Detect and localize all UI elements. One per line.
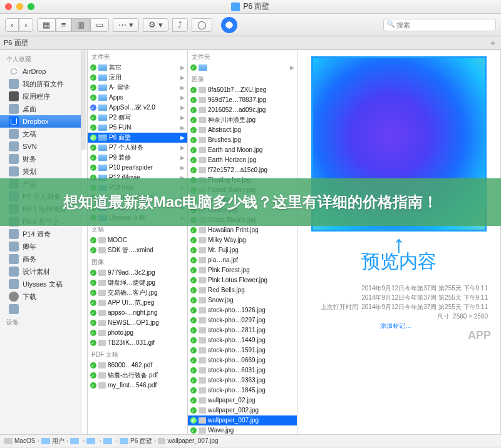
path-segment[interactable] bbox=[70, 438, 81, 444]
image-row[interactable]: stock-pho…0669.jpg bbox=[188, 355, 297, 365]
forward-button[interactable]: › bbox=[19, 18, 33, 32]
sidebar-item[interactable]: 我的所有文件 bbox=[0, 78, 81, 90]
image-row[interactable]: Milky Way.jpg bbox=[188, 235, 297, 245]
image-row[interactable]: Hawaiian Print.jpg bbox=[188, 225, 297, 235]
file-row[interactable]: Apps▶ bbox=[88, 93, 187, 103]
file-row[interactable]: AppSol…家 v2.0▶ bbox=[88, 103, 187, 113]
image-row[interactable]: 8fa601b7…ZXU.jpeg bbox=[188, 85, 297, 95]
image-row[interactable]: 神奈川冲浪里.jpg bbox=[188, 115, 297, 125]
image-row[interactable]: stock-pho…6031.jpg bbox=[188, 365, 297, 375]
image-row[interactable]: wallpaper_002.jpg bbox=[188, 405, 297, 415]
file-row[interactable]: photo.jpg bbox=[88, 328, 187, 338]
sidebar-item[interactable]: AirDrop bbox=[0, 65, 81, 78]
file-row[interactable]: NEWSL…OP1.jpg bbox=[88, 318, 187, 328]
image-row[interactable]: Pink Lotus Flower.jpg bbox=[188, 275, 297, 285]
image-row[interactable]: Wave.jpg bbox=[188, 425, 297, 434]
file-row[interactable]: S4 app ing▶ bbox=[88, 203, 187, 213]
path-segment[interactable]: MacOS bbox=[4, 437, 35, 444]
path-segment[interactable]: 用户 bbox=[41, 437, 65, 445]
file-row[interactable]: P9 装修▶ bbox=[88, 153, 187, 163]
sidebar-item[interactable]: 策划 bbox=[0, 165, 81, 178]
image-row[interactable]: Mt. Fuji.jpg bbox=[188, 245, 297, 255]
add-tags-link[interactable]: 添加标记… bbox=[304, 321, 488, 330]
sidebar-item[interactable]: 应用程序 bbox=[0, 90, 81, 103]
sidebar-item[interactable]: P6-1 海外项目 bbox=[0, 203, 81, 215]
sidebar-item[interactable]: Dropbox bbox=[0, 115, 81, 128]
image-row[interactable]: wallpaper_007.jpg bbox=[188, 415, 297, 425]
image-row[interactable]: Earth and Moon.jpg bbox=[188, 145, 297, 155]
minimize-icon[interactable] bbox=[16, 3, 23, 10]
file-row[interactable]: APP UI…范.jpeg bbox=[88, 298, 187, 308]
image-row[interactable]: stock-pho…1449.jpg bbox=[188, 335, 297, 345]
file-row[interactable]: 键盘绳…捷键.jpg bbox=[88, 278, 187, 288]
file-row[interactable]: 锦囊-出行装备.pdf bbox=[88, 370, 187, 380]
image-row[interactable]: stock-pho…2811.jpg bbox=[188, 325, 297, 335]
back-button[interactable]: ‹ bbox=[5, 18, 19, 32]
image-row[interactable]: Red Bells.jpg bbox=[188, 285, 297, 295]
image-row[interactable]: pia…na.jpf bbox=[188, 255, 297, 265]
image-row[interactable]: 969d71e…78837.jpg bbox=[188, 95, 297, 105]
arrange-button[interactable]: ⋯ ▾ bbox=[113, 18, 139, 32]
image-row[interactable]: Abstract.jpg bbox=[188, 125, 297, 135]
image-row[interactable]: Foxtail Barley.jpg bbox=[188, 185, 297, 195]
sidebar-item[interactable]: 下载 bbox=[0, 290, 81, 303]
path-segment[interactable] bbox=[103, 438, 114, 444]
image-row[interactable]: stock-pho…1591.jpg bbox=[188, 345, 297, 355]
file-row[interactable]: 交易确…客户).jpg bbox=[88, 288, 187, 298]
gallery-view-button[interactable]: ▭ bbox=[90, 18, 109, 32]
sidebar-item[interactable]: P6-6 新平台… bbox=[0, 215, 81, 228]
file-row[interactable]: P2 侧写▶ bbox=[88, 113, 187, 123]
image-row[interactable]: Brushes.jpg bbox=[188, 135, 297, 145]
tags-button[interactable]: ◯ bbox=[192, 18, 212, 32]
sidebar-item[interactable] bbox=[0, 303, 81, 315]
file-row[interactable]: P13 help▶ bbox=[88, 183, 187, 193]
file-row[interactable]: Ulysses 文稿▶ bbox=[88, 213, 187, 223]
sidebar-item[interactable]: 财务 bbox=[0, 153, 81, 165]
search-field[interactable] bbox=[383, 19, 496, 31]
tab-title[interactable]: P6 面壁 bbox=[4, 38, 28, 48]
sidebar-item[interactable]: 产品 bbox=[0, 178, 81, 190]
folder-row[interactable]: ▶ bbox=[188, 63, 297, 73]
file-row[interactable]: P6 面壁▶ bbox=[88, 133, 187, 143]
sidebar-item[interactable]: P14 遇奇 bbox=[0, 228, 81, 240]
image-row[interactable]: Frog.jpg bbox=[188, 195, 297, 205]
image-row[interactable]: wallpaper_02.jpg bbox=[188, 395, 297, 405]
search-input[interactable] bbox=[383, 19, 496, 31]
image-row[interactable]: Earth Horizon.jpg bbox=[188, 155, 297, 165]
sidebar-item[interactable]: P7 个人财务 bbox=[0, 190, 81, 203]
file-row[interactable]: P12 iMovie▶ bbox=[88, 173, 187, 183]
file-row[interactable]: S1 BOOKBOOK▶ bbox=[88, 193, 187, 203]
image-row[interactable]: stock-pho…0297.jpg bbox=[188, 315, 297, 325]
file-row[interactable]: MOOC bbox=[88, 235, 187, 245]
safari-icon[interactable] bbox=[221, 17, 237, 33]
image-row[interactable]: stock-pho…9363.jpg bbox=[188, 375, 297, 385]
sidebar-item[interactable]: 桌面 bbox=[0, 103, 81, 115]
new-tab-button[interactable]: ＋ bbox=[488, 38, 497, 49]
file-row[interactable]: P7 个人财务▶ bbox=[88, 143, 187, 153]
image-row[interactable]: Grass Blades.jpg bbox=[188, 215, 297, 225]
sidebar-item[interactable]: Ulysses 文稿 bbox=[0, 278, 81, 290]
close-icon[interactable] bbox=[5, 3, 12, 10]
list-view-button[interactable]: ≡ bbox=[56, 18, 72, 32]
zoom-icon[interactable] bbox=[28, 3, 34, 10]
image-row[interactable]: 2016052…ad09c.jpg bbox=[188, 105, 297, 115]
file-row[interactable]: my_first…546.pdf bbox=[88, 380, 187, 390]
sidebar-item[interactable]: 文稿 bbox=[0, 128, 81, 140]
image-row[interactable]: stock-pho…1845.jpg bbox=[188, 385, 297, 395]
path-segment[interactable]: P6 面壁 bbox=[120, 437, 152, 445]
path-segment[interactable] bbox=[86, 438, 97, 444]
sidebar-item[interactable]: 设计素材 bbox=[0, 265, 81, 278]
file-row[interactable]: 应用▶ bbox=[88, 73, 187, 83]
file-row[interactable]: A- 留学▶ bbox=[88, 83, 187, 93]
image-row[interactable]: Pink Forest.jpg bbox=[188, 265, 297, 275]
file-row[interactable]: 9779ad…3c2.jpg bbox=[88, 268, 187, 278]
sidebar-item[interactable]: 卿年 bbox=[0, 240, 81, 253]
image-row[interactable]: Galaxy.jpg bbox=[188, 205, 297, 215]
path-segment[interactable]: wallpaper_007.jpg bbox=[158, 437, 218, 444]
file-row[interactable]: 86000…462.pdf bbox=[88, 360, 187, 370]
image-row[interactable]: stock-pho…1926.jpg bbox=[188, 305, 297, 315]
file-row[interactable]: TB23liK…831.gif bbox=[88, 338, 187, 348]
column-view-button[interactable]: ▥ bbox=[71, 18, 90, 32]
file-row[interactable]: SDK 管….xmind bbox=[88, 245, 187, 255]
file-row[interactable]: P5 FUN▶ bbox=[88, 123, 187, 133]
